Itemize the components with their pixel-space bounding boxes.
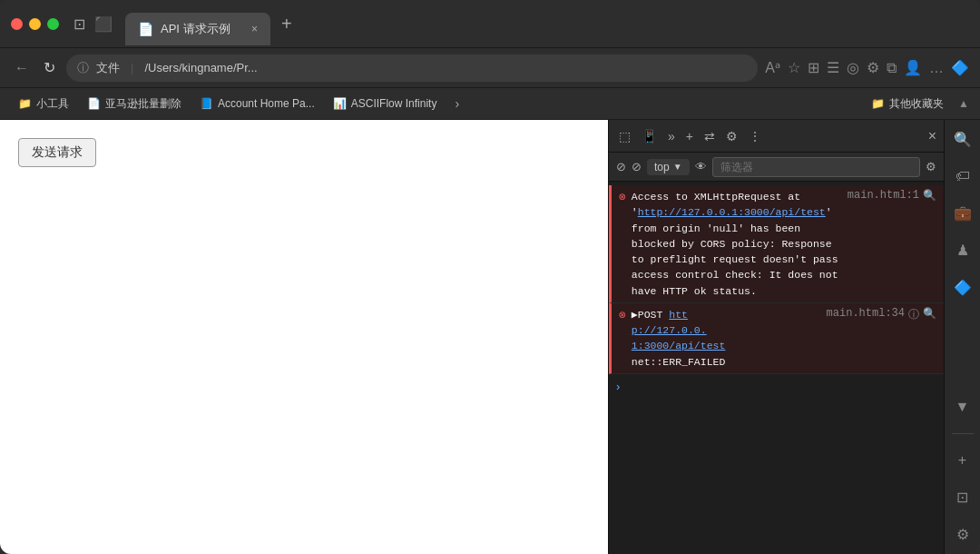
- devtools-settings-icon[interactable]: ⚙: [723, 126, 740, 146]
- traffic-light-red[interactable]: [11, 18, 23, 30]
- other-bookmarks-label: 其他收藏夹: [889, 96, 944, 112]
- devtools-main-toolbar: ⬚ 📱 » + ⇄ ⚙ ⋮ ×: [609, 120, 944, 153]
- error-icon-1: ⊗: [619, 190, 626, 204]
- bookmark-label-amazon: 亚马逊批量删除: [105, 96, 181, 112]
- bookmark-label-tools: 小工具: [36, 96, 69, 112]
- menu-icon[interactable]: ☰: [827, 59, 839, 76]
- console-error-1: ⊗ Access to XMLHttpRequest at 'http://12…: [609, 185, 944, 303]
- back-button[interactable]: ←: [11, 56, 33, 80]
- rs-extension-icon[interactable]: 🔷: [950, 275, 975, 300]
- error-1-search-icon[interactable]: 🔍: [923, 189, 936, 203]
- tab-overview-icon[interactable]: ⬛: [94, 15, 113, 33]
- error-1-right-icons: main.html:1 🔍: [848, 189, 936, 203]
- error-icon-2: ⊗: [619, 308, 626, 322]
- context-value: top: [654, 161, 670, 173]
- error-body-2: ▶POST http://127.0.0.1:3000/api/test net…: [632, 307, 823, 370]
- bookmarks-bar: 📁 小工具 📄 亚马逊批量删除 📘 Account Home Pa... 📊 A…: [0, 87, 980, 120]
- devtools-console-toolbar: ⊘ ⊘ top ▼ 👁 ⚙: [609, 153, 944, 182]
- address-bar: ← ↻ ⓘ 文件 | /Users/kingname/Pr... Aᵃ ☆ ⊞ …: [0, 47, 980, 87]
- sidebar-toggle-icon[interactable]: ⊡: [74, 15, 85, 33]
- console-error-2: ⊗ ▶POST http://127.0.0.1:3000/api/test n…: [609, 303, 944, 374]
- right-sidebar: 🔍 🏷 💼 ♟ 🔷 ▼ + ⊡ ⚙: [944, 120, 980, 554]
- tab-bar-icons: ⊡ ⬛: [74, 15, 113, 33]
- error-post-suffix: net::ERR_FAILED: [632, 356, 726, 368]
- console-block-icon[interactable]: ⊘: [632, 160, 642, 173]
- error-2-info-icon[interactable]: ⓘ: [908, 307, 919, 322]
- bookmark-label-ascii: ASCIIFlow Infinity: [351, 97, 437, 110]
- rs-scan-icon[interactable]: ⊡: [953, 485, 972, 509]
- bookmark-page-icon: 📄: [87, 97, 101, 110]
- error-2-right-icons: main.html:34 ⓘ 🔍: [827, 307, 936, 322]
- bookmark-account-icon: 📘: [200, 97, 213, 110]
- bookmark-item-ascii[interactable]: 📊 ASCIIFlow Infinity: [326, 94, 445, 114]
- more-icon[interactable]: …: [929, 60, 944, 76]
- bookmarks-scroll-up[interactable]: ▲: [958, 97, 969, 110]
- title-bar: ⊡ ⬛ 📄 API 请求示例 × +: [0, 0, 980, 47]
- color-icon[interactable]: ◎: [847, 59, 859, 76]
- other-bookmarks-button[interactable]: 📁 其他收藏夹: [864, 93, 951, 115]
- devtools-panel: ⬚ 📱 » + ⇄ ⚙ ⋮ × ⊘ ⊘ top ▼ 👁 ⚙: [608, 120, 944, 554]
- rs-add-icon[interactable]: +: [955, 449, 970, 472]
- devtools-add-icon[interactable]: +: [683, 126, 696, 146]
- info-icon: ⓘ: [77, 60, 89, 76]
- tab-close-button[interactable]: ×: [251, 23, 258, 35]
- rs-down-icon[interactable]: ▼: [952, 395, 974, 419]
- devtools-more-icon[interactable]: ⋮: [746, 126, 764, 146]
- context-selector[interactable]: top ▼: [647, 159, 690, 175]
- extension-icon[interactable]: 🔷: [951, 59, 969, 76]
- devtools-more-tabs-icon[interactable]: »: [665, 126, 678, 146]
- devtools-close-button[interactable]: ×: [928, 128, 936, 144]
- bookmark-item-tools[interactable]: 📁 小工具: [11, 93, 76, 115]
- protocol-text: 文件: [96, 60, 120, 76]
- active-tab[interactable]: 📄 API 请求示例 ×: [125, 13, 270, 45]
- settings-icon[interactable]: ⚙: [867, 59, 879, 76]
- profile-icon[interactable]: 👤: [904, 59, 922, 76]
- tab-title: API 请求示例: [161, 21, 244, 37]
- devtools-inspect-icon[interactable]: ⬚: [616, 126, 633, 146]
- main-content: 发送请求 ⬚ 📱 » + ⇄ ⚙ ⋮ × ⊘ ⊘ top: [0, 120, 980, 554]
- console-clear-icon[interactable]: ⊘: [616, 160, 626, 173]
- console-messages: ⊗ Access to XMLHttpRequest at 'http://12…: [609, 182, 944, 554]
- bookmark-ascii-icon: 📊: [333, 97, 347, 110]
- bookmark-item-amazon[interactable]: 📄 亚马逊批量删除: [80, 93, 189, 115]
- bookmarks-right: 📁 其他收藏夹 ▲: [864, 93, 969, 115]
- refresh-button[interactable]: ↻: [40, 55, 59, 80]
- console-filter-settings-icon[interactable]: ⚙: [926, 160, 936, 173]
- traffic-light-yellow[interactable]: [29, 18, 41, 30]
- browser-window: ⊡ ⬛ 📄 API 请求示例 × + ← ↻ ⓘ 文件 | /Users/kin…: [0, 0, 980, 554]
- bookmarks-more-button[interactable]: ›: [449, 93, 465, 114]
- console-filter-input[interactable]: [712, 157, 920, 177]
- rs-divider: [952, 433, 974, 434]
- error-2-search-icon[interactable]: 🔍: [923, 307, 936, 321]
- error-1-source[interactable]: main.html:1: [848, 189, 919, 202]
- error-text-cors: ' from origin 'null' has been blocked by…: [632, 206, 838, 296]
- other-bookmarks-folder-icon: 📁: [871, 97, 885, 110]
- console-eye-icon[interactable]: 👁: [695, 160, 707, 173]
- split-view-icon[interactable]: ⧉: [887, 60, 897, 76]
- bookmark-label-account: Account Home Pa...: [218, 97, 315, 110]
- bookmark-folder-icon: 📁: [18, 97, 32, 110]
- rs-search-icon[interactable]: 🔍: [950, 127, 975, 152]
- bookmark-item-account[interactable]: 📘 Account Home Pa...: [192, 94, 322, 114]
- console-prompt[interactable]: ›: [609, 374, 944, 399]
- traffic-light-green[interactable]: [47, 18, 59, 30]
- error-2-source[interactable]: main.html:34: [827, 307, 905, 320]
- error-link-url[interactable]: http://127.0.0.1:3000/api/test: [638, 206, 826, 218]
- devtools-device-icon[interactable]: 📱: [639, 126, 660, 146]
- page-area: 发送请求: [0, 120, 608, 554]
- reader-view-icon[interactable]: Aᵃ: [765, 59, 780, 76]
- address-path: /Users/kingname/Pr...: [144, 61, 257, 74]
- rs-briefcase-icon[interactable]: 💼: [950, 201, 975, 225]
- error-body-1: Access to XMLHttpRequest at 'http://127.…: [632, 189, 844, 299]
- rs-tag-icon[interactable]: 🏷: [952, 164, 974, 188]
- new-tab-button[interactable]: +: [281, 14, 292, 35]
- send-request-button[interactable]: 发送请求: [18, 138, 96, 167]
- address-field[interactable]: ⓘ 文件 | /Users/kingname/Pr...: [66, 54, 758, 82]
- devtools-elements-icon[interactable]: ⇄: [701, 126, 718, 146]
- rs-settings-icon[interactable]: ⚙: [953, 522, 973, 547]
- bookmark-icon[interactable]: ☆: [788, 59, 800, 76]
- traffic-lights: [11, 18, 59, 30]
- screenshot-icon[interactable]: ⊞: [808, 59, 819, 76]
- error-post-prefix: ▶POST: [632, 309, 669, 321]
- rs-chess-icon[interactable]: ♟: [953, 238, 973, 262]
